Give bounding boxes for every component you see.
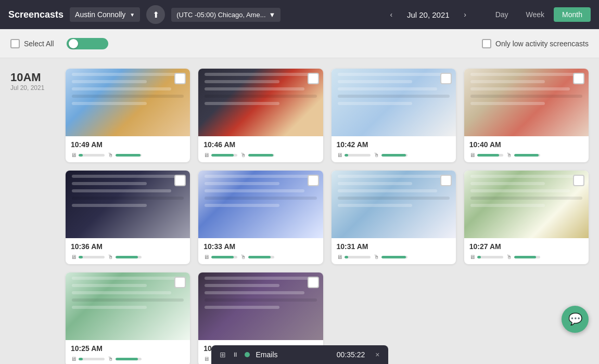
timezone-selector[interactable]: (UTC -05:00) Chicago, Ame... ▼ <box>171 8 281 22</box>
low-activity-group: Only low activity screencasts <box>482 39 589 48</box>
keyboard-bar-track <box>79 256 105 258</box>
date-navigation: ‹ Jul 20, 2021 › <box>384 7 473 22</box>
mouse-bar-fill <box>116 256 138 258</box>
select-all-checkbox[interactable] <box>10 39 20 48</box>
thumbnail-image <box>198 272 323 340</box>
prev-date-button[interactable]: ‹ <box>384 7 399 22</box>
card-checkbox[interactable] <box>174 175 186 186</box>
card-checkbox[interactable] <box>440 175 452 186</box>
mouse-icon: 🖱 <box>108 356 113 362</box>
keyboard-bar-fill <box>477 154 500 157</box>
mouse-icon: 🖱 <box>108 254 113 260</box>
toggle-thumb <box>69 39 78 48</box>
thumbnail-image <box>66 171 190 238</box>
screencast-card[interactable]: 10:49 AM 🖥 🖱 <box>66 69 190 162</box>
screencast-card[interactable]: 10:25 AM 🖥 🖱 <box>66 272 190 364</box>
keyboard-bar-track <box>79 358 105 360</box>
mouse-activity: 🖱 <box>240 254 274 260</box>
tab-day[interactable]: Day <box>487 7 517 22</box>
screencast-card[interactable]: 10:31 AM 🖥 🖱 <box>332 171 456 264</box>
keyboard-activity: 🖥 <box>469 152 503 158</box>
activity-bars: 🖥 🖱 <box>203 254 317 260</box>
mouse-activity: 🖱 <box>506 254 540 260</box>
keyboard-activity: 🖥 <box>337 254 371 260</box>
card-checkbox[interactable] <box>174 73 186 84</box>
mouse-bar-track <box>116 256 142 258</box>
bottom-bar-time: 00:35:22 <box>337 350 365 359</box>
select-all-group: Select All <box>10 38 108 49</box>
screencast-card[interactable]: 10:46 AM 🖥 🖱 <box>198 69 323 162</box>
tab-week[interactable]: Week <box>518 7 553 22</box>
upload-button[interactable]: ⬆ <box>146 5 165 24</box>
keyboard-bar-track <box>477 256 503 258</box>
mouse-bar-track <box>248 256 274 258</box>
card-checkbox[interactable] <box>573 175 584 186</box>
user-selector[interactable]: Austin Connolly ▼ <box>70 7 140 22</box>
activity-bars: 🖥 🖱 <box>337 152 451 158</box>
chat-button[interactable]: 💬 <box>562 306 589 333</box>
thumbnail-image <box>66 272 190 340</box>
card-checkbox[interactable] <box>440 73 452 84</box>
mouse-activity: 🖱 <box>240 152 274 158</box>
time-label: 10AM Jul 20, 2021 <box>10 69 57 364</box>
keyboard-bar-fill <box>79 256 83 258</box>
low-activity-checkbox[interactable] <box>482 39 491 48</box>
card-checkbox[interactable] <box>308 277 319 288</box>
mouse-bar-track <box>381 256 407 258</box>
mouse-activity: 🖱 <box>108 152 142 158</box>
screencast-time: 10:25 AM <box>71 344 185 353</box>
user-name: Austin Connolly <box>75 10 125 19</box>
keyboard-bar-track <box>79 154 105 157</box>
card-checkbox[interactable] <box>174 277 186 288</box>
screencast-card[interactable]: 10:36 AM 🖥 🖱 <box>66 171 190 264</box>
card-checkbox[interactable] <box>308 73 319 84</box>
screencast-time: 10:36 AM <box>71 242 185 251</box>
keyboard-activity: 🖥 <box>203 152 237 158</box>
pause-icon[interactable]: ⏸ <box>232 351 238 358</box>
mouse-bar-track <box>381 154 407 157</box>
time-group: 10AM Jul 20, 2021 10 <box>10 69 589 364</box>
keyboard-bar-fill <box>211 256 234 258</box>
keyboard-bar-track <box>345 256 371 258</box>
mouse-icon: 🖱 <box>506 152 512 158</box>
monitor-icon: 🖥 <box>337 152 342 158</box>
screencast-card[interactable]: 10:42 AM 🖥 🖱 <box>332 69 456 162</box>
screencast-card[interactable]: 10:33 AM 🖥 🖱 <box>198 171 323 264</box>
thumbnail-image <box>332 171 456 238</box>
date-label: Jul 20, 2021 <box>10 84 57 92</box>
screencast-time: 10:31 AM <box>337 242 451 251</box>
select-all-label: Select All <box>24 40 54 48</box>
chat-icon: 💬 <box>568 313 582 326</box>
activity-bars: 🖥 🖱 <box>71 254 185 260</box>
mouse-bar-fill <box>248 154 273 157</box>
keyboard-bar-track <box>211 256 237 258</box>
activity-bars: 🖥 🖱 <box>71 356 185 362</box>
screencast-time: 10:49 AM <box>71 140 185 149</box>
monitor-icon: 🖥 <box>203 152 209 158</box>
main-content: 10AM Jul 20, 2021 10 <box>0 58 599 364</box>
bottom-bar: ⊞ ⏸ Emails 00:35:22 × <box>211 345 388 364</box>
screencast-time: 10:40 AM <box>469 140 583 149</box>
mouse-bar-fill <box>514 154 539 157</box>
monitor-icon: 🖥 <box>337 254 342 260</box>
mouse-bar-fill <box>116 154 141 157</box>
mouse-bar-track <box>116 358 142 360</box>
card-checkbox[interactable] <box>573 73 584 84</box>
activity-bars: 🖥 🖱 <box>203 152 317 158</box>
next-date-button[interactable]: › <box>458 7 473 22</box>
chevron-left-icon: ‹ <box>390 10 393 19</box>
keyboard-activity: 🖥 <box>71 152 105 158</box>
close-icon[interactable]: × <box>375 350 379 359</box>
tab-month[interactable]: Month <box>554 7 591 22</box>
screencast-card[interactable]: 10:40 AM 🖥 🖱 <box>464 69 589 162</box>
screencast-card[interactable]: 10:27 AM 🖥 🖱 <box>464 171 589 264</box>
card-checkbox[interactable] <box>308 175 319 186</box>
current-date: Jul 20, 2021 <box>403 10 454 19</box>
mouse-icon: 🖱 <box>108 152 113 158</box>
monitor-icon: 🖥 <box>71 152 77 158</box>
keyboard-activity: 🖥 <box>469 254 503 260</box>
keyboard-bar-fill <box>477 256 481 258</box>
mouse-icon: 🖱 <box>240 254 246 260</box>
activity-toggle[interactable] <box>67 38 108 49</box>
mouse-bar-track <box>248 154 274 157</box>
